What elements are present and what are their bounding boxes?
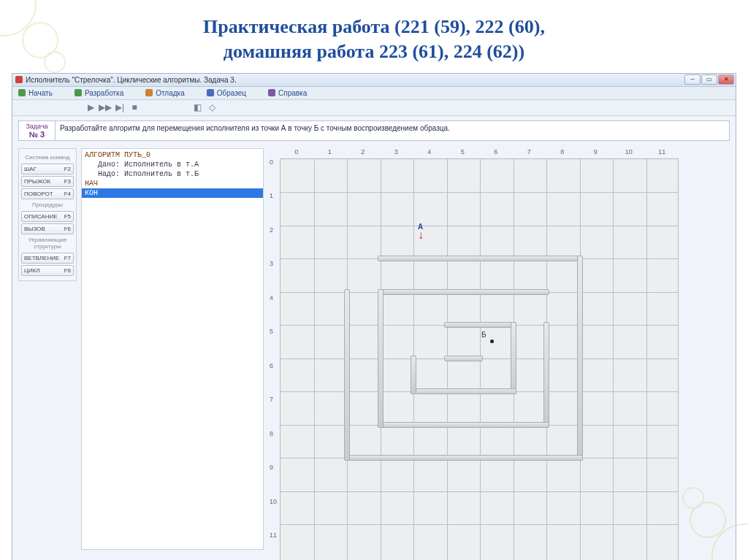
app-window: Исполнитель "Стрелочка". Циклические алг… — [12, 73, 736, 560]
slide-title-line2: домашняя работа 223 (61), 224 (62)) — [224, 41, 524, 62]
wall — [344, 289, 350, 461]
task-number: № 3 — [29, 130, 45, 139]
minimize-button[interactable]: ─ — [684, 74, 701, 85]
code-line-selected: КОН — [82, 188, 263, 198]
task-badge: Задача № 3 — [19, 121, 56, 140]
menu-help[interactable]: Справка — [268, 89, 307, 97]
wall — [411, 388, 516, 394]
cmd-section-2: Процедуры — [21, 202, 74, 208]
cmd-section-1: Система команд — [21, 154, 74, 161]
menu-sample[interactable]: Образец — [207, 89, 246, 97]
play-button[interactable]: ▶ — [85, 102, 96, 112]
cmd-loop[interactable]: ЦИКЛ F8 — [21, 265, 74, 276]
task-text: Разработайте алгоритм для перемещения ис… — [56, 121, 729, 140]
task-label: Задача — [26, 123, 47, 130]
toolbar: ▶ ▶▶ ▶| ■ ◧ ◇ — [12, 100, 736, 116]
help-icon — [268, 89, 275, 96]
slide-title: Практическая работа (221 (59), 222 (60),… — [0, 0, 748, 73]
wall — [577, 256, 583, 461]
cmd-section-3: Управляющие структуры — [21, 237, 74, 250]
y-axis: 01234567891011 — [270, 158, 277, 560]
stop-button[interactable]: ■ — [129, 102, 140, 112]
menu-debug-label: Отладка — [156, 89, 185, 97]
fast-forward-button[interactable]: ▶▶ — [100, 102, 110, 112]
menu-help-label: Справка — [278, 89, 307, 97]
cmd-branch[interactable]: ВЕТВЛЕНИЕ F7 — [21, 253, 74, 264]
menu-develop-label: Разработка — [85, 89, 123, 97]
menu-debug[interactable]: Отладка — [145, 89, 185, 97]
window-title: Исполнитель "Стрелочка". Циклические алг… — [26, 76, 237, 84]
play-icon — [18, 89, 26, 96]
wall — [344, 455, 583, 461]
x-axis: 01234567891011 — [280, 148, 679, 156]
code-line-3: Надо: Исполнитель в т.Б — [82, 169, 263, 179]
code-line-2: Дано: Исполнитель в т.А — [82, 160, 263, 169]
tool-button-1[interactable]: ◧ — [192, 102, 202, 112]
point-b-label: Б — [481, 331, 486, 339]
cmd-step[interactable]: ШАГ F2 — [21, 164, 74, 174]
menubar: Начать Разработка Отладка Образец Справк… — [12, 87, 736, 100]
cmd-jump[interactable]: ПРЫЖОК F3 — [21, 176, 74, 187]
grid-box[interactable]: А↓Б — [280, 158, 679, 560]
wall — [444, 322, 516, 328]
wall — [378, 256, 583, 261]
skip-end-button[interactable]: ▶| — [115, 102, 125, 112]
menu-start[interactable]: Начать — [18, 89, 53, 97]
grid-panel: 01234567891011 01234567891011 А↓Б — [268, 148, 730, 560]
menu-develop[interactable]: Разработка — [75, 89, 123, 97]
tool-button-2[interactable]: ◇ — [207, 102, 217, 112]
app-icon — [15, 76, 23, 83]
wall — [378, 289, 383, 428]
commands-panel: Система команд ШАГ F2 ПРЫЖОК F3 ПОВОРОТ … — [18, 148, 77, 282]
code-line-4: НАЧ — [82, 179, 263, 188]
code-panel[interactable]: АЛГОРИТМ ПУТЬ_0 Дано: Исполнитель в т.А … — [81, 148, 264, 550]
close-button[interactable]: ✕ — [718, 74, 734, 85]
code-line-1: АЛГОРИТМ ПУТЬ_0 — [82, 150, 263, 160]
menu-start-label: Начать — [28, 89, 53, 97]
task-row: Задача № 3 Разработайте алгоритм для пер… — [18, 120, 730, 141]
cmd-call[interactable]: ВЫЗОВ F6 — [21, 223, 74, 234]
wall — [543, 322, 549, 428]
maximize-button[interactable]: ▭ — [701, 74, 717, 85]
slide-title-line1: Практическая работа (221 (59), 222 (60), — [203, 16, 545, 37]
wall — [444, 356, 484, 361]
wall — [411, 356, 416, 395]
menu-sample-label: Образец — [217, 89, 246, 97]
titlebar: Исполнитель "Стрелочка". Циклические алг… — [12, 74, 736, 87]
work-area: Система команд ШАГ F2 ПРЫЖОК F3 ПОВОРОТ … — [12, 145, 736, 560]
wall — [511, 322, 516, 394]
cmd-describe[interactable]: ОПИСАНИЕ F5 — [21, 211, 74, 222]
wall — [378, 422, 550, 428]
point-b-dot — [490, 340, 494, 343]
cmd-turn[interactable]: ПОВОРОТ F4 — [21, 188, 74, 199]
wall — [378, 289, 550, 295]
executor-arrow-icon: ↓ — [418, 229, 424, 242]
sample-icon — [207, 89, 214, 96]
debug-icon — [145, 89, 153, 96]
develop-icon — [75, 89, 82, 96]
